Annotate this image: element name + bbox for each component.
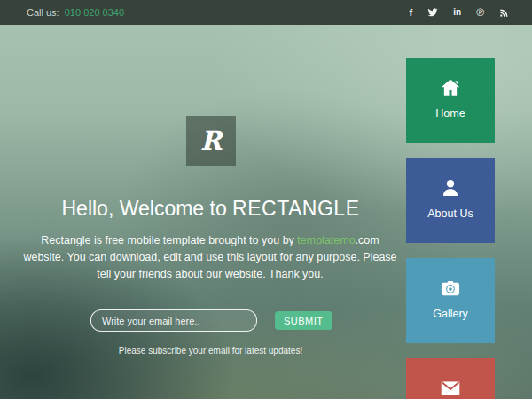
submit-button[interactable]: SUBMIT — [275, 311, 332, 330]
social-links: f in ℗ — [410, 7, 509, 18]
heading-prefix: Hello, Welcome to — [62, 197, 233, 220]
menu-item-about[interactable]: About Us — [406, 158, 495, 243]
user-icon — [439, 176, 462, 200]
envelope-icon — [439, 377, 462, 399]
page-title: Hello, Welcome to RECTANGLE — [0, 197, 421, 221]
description-text: Rectangle is free mobile template brough… — [41, 234, 297, 246]
menu-item-label: Home — [435, 107, 465, 120]
subscribe-note: Please subscribe your email for latest u… — [0, 346, 421, 356]
rss-icon[interactable] — [499, 8, 509, 18]
menu-item-label: Gallery — [433, 308, 468, 320]
twitter-icon[interactable] — [427, 7, 438, 18]
email-input[interactable] — [90, 309, 257, 332]
facebook-icon[interactable]: f — [410, 8, 413, 18]
menu-item-label: About Us — [427, 207, 473, 220]
subscribe-form: SUBMIT — [90, 309, 332, 332]
topbar: Call us: 010 020 0340 f in ℗ — [0, 0, 532, 25]
home-icon — [439, 76, 462, 99]
sidebar-menu: Home About Us Gallery — [406, 58, 495, 399]
call-label: Call us: — [27, 7, 59, 18]
phone-number[interactable]: 010 020 0340 — [65, 7, 124, 18]
menu-item-contact[interactable] — [406, 358, 495, 399]
templatemo-link[interactable]: templatemo — [297, 234, 355, 246]
camera-icon — [439, 277, 462, 300]
linkedin-icon[interactable]: in — [453, 8, 461, 17]
heading-brand: RECTANGLE — [232, 197, 359, 220]
call-us: Call us: 010 020 0340 — [27, 7, 124, 18]
menu-item-home[interactable]: Home — [406, 58, 495, 143]
description: Rectangle is free mobile template brough… — [20, 232, 401, 283]
logo: R — [186, 116, 236, 166]
menu-item-gallery[interactable]: Gallery — [406, 258, 495, 343]
pinterest-icon[interactable]: ℗ — [476, 7, 484, 18]
logo-letter: R — [200, 126, 222, 156]
